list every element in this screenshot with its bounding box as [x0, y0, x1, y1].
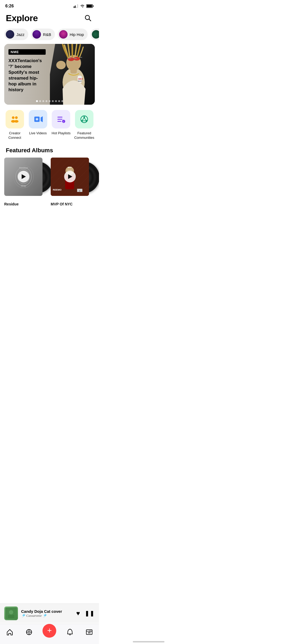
svg-rect-6: [87, 5, 92, 7]
album-title-mvp: MVP Of NYC: [51, 202, 93, 206]
svg-text:REEMO: REEMO: [53, 188, 62, 191]
quick-link-featured-communities[interactable]: Featured Communities: [74, 110, 95, 140]
svg-rect-0: [74, 6, 74, 8]
album-artwork-mvp: MVP OF NYC REEMO E: [51, 158, 93, 200]
svg-marker-26: [41, 116, 43, 122]
dot-5: [49, 100, 50, 102]
dot-3: [42, 100, 44, 102]
dot-6: [52, 100, 54, 102]
hot-playlists-icon: ♪: [56, 114, 66, 124]
featured-communities-icon: [79, 114, 89, 124]
svg-point-35: [83, 116, 85, 118]
svg-point-28: [36, 119, 37, 120]
featured-banner[interactable]: NME XXXTentacion's '?' become Spotify's …: [4, 44, 95, 105]
svg-point-24: [14, 120, 18, 123]
dot-9: [61, 100, 63, 102]
genre-pill-pop[interactable]: Po...: [90, 29, 99, 40]
svg-point-21: [12, 116, 15, 119]
dot-2: [39, 100, 41, 102]
play-button-residue[interactable]: [18, 171, 29, 182]
dot-7: [55, 100, 57, 102]
creator-connect-icon: [10, 114, 20, 124]
svg-text:103.5: 103.5: [78, 78, 83, 80]
svg-point-36: [86, 120, 87, 122]
svg-rect-15: [68, 58, 71, 58]
featured-communities-label: Featured Communities: [74, 131, 95, 140]
status-icons: [74, 4, 94, 8]
wifi-icon: [80, 4, 85, 8]
banner-dots: [36, 100, 63, 102]
hot-playlists-label: Hot Playlists: [52, 131, 71, 136]
banner-person-silhouette: 103.5 BEAT: [50, 44, 95, 105]
banner-text: NME XXXTentacion's '?' become Spotify's …: [4, 44, 50, 105]
live-videos-label: Live Videos: [29, 131, 47, 136]
dot-4: [45, 100, 47, 102]
svg-rect-2: [76, 7, 77, 8]
svg-text:Residue: Residue: [19, 167, 28, 169]
genre-avatar-rnb: [32, 30, 41, 39]
svg-text:♪: ♪: [63, 120, 64, 123]
svg-point-37: [81, 120, 83, 122]
banner-headline: XXXTentacion's '?' become Spotify's most…: [8, 58, 46, 93]
banner-image: 103.5 BEAT: [50, 44, 95, 105]
svg-text:Gray: Gray: [21, 185, 26, 187]
album-title-residue: Residue: [4, 202, 46, 206]
dot-1: [36, 100, 38, 102]
featured-communities-icon-bg: [75, 110, 93, 128]
live-videos-icon-bg: [29, 110, 47, 128]
genre-label-hiphop: Hip Hop: [70, 32, 84, 37]
genre-avatar-hiphop: [59, 30, 68, 39]
banner-source: NME: [8, 49, 46, 55]
live-videos-icon: [33, 114, 43, 124]
quick-link-hot-playlists[interactable]: ♪ Hot Playlists: [51, 110, 72, 140]
page-title: Explore: [6, 13, 38, 23]
svg-line-39: [82, 118, 84, 120]
status-bar: 6:26: [0, 0, 99, 10]
signal-icon: [74, 4, 78, 8]
album-card-residue[interactable]: Gray Residue Residue: [4, 158, 46, 206]
search-icon: [84, 15, 91, 21]
hot-playlists-icon-bg: ♪: [52, 110, 70, 128]
page-header: Explore: [0, 10, 99, 27]
svg-rect-16: [80, 57, 82, 58]
quick-links-grid: Creator Connect Live Videos ♪ Hot Playli…: [0, 105, 99, 143]
genre-pill-hiphop[interactable]: Hip Hop: [58, 29, 88, 40]
genre-avatar-jazz: [6, 30, 14, 39]
status-time: 6:26: [5, 4, 14, 8]
svg-line-8: [89, 19, 91, 21]
svg-text:BEAT: BEAT: [78, 80, 82, 82]
svg-text:E: E: [79, 190, 80, 192]
svg-text:MVP: MVP: [68, 167, 72, 168]
svg-rect-14: [74, 58, 77, 59]
genre-label-jazz: Jazz: [16, 32, 25, 37]
genre-scroll: Jazz R&B Hip Hop Po...: [0, 27, 99, 44]
svg-point-17: [56, 61, 66, 69]
albums-scroll: Gray Residue Residue: [0, 158, 99, 210]
genre-avatar-pop: [92, 30, 99, 39]
svg-rect-3: [77, 4, 78, 8]
genre-pill-jazz[interactable]: Jazz: [4, 29, 28, 40]
svg-line-38: [84, 118, 86, 120]
album-cover-mvp: MVP OF NYC REEMO E: [51, 158, 89, 196]
search-button[interactable]: [83, 13, 93, 23]
genre-pill-rnb[interactable]: R&B: [31, 29, 55, 40]
album-card-mvp[interactable]: MVP OF NYC REEMO E MVP Of NYC: [51, 158, 93, 206]
featured-albums-header: Featured Albums: [0, 143, 99, 158]
svg-rect-1: [75, 6, 76, 8]
album-cover-residue: Gray Residue: [4, 158, 43, 196]
quick-link-live-videos[interactable]: Live Videos: [27, 110, 49, 140]
creator-connect-icon-bg: [6, 110, 24, 128]
quick-link-creator-connect[interactable]: Creator Connect: [4, 110, 25, 140]
dot-8: [58, 100, 60, 102]
svg-point-22: [15, 116, 18, 119]
album-artwork-residue: Gray Residue: [4, 158, 46, 200]
svg-rect-5: [93, 5, 94, 7]
battery-icon: [86, 4, 94, 8]
play-button-mvp[interactable]: [64, 171, 76, 182]
creator-connect-label: Creator Connect: [4, 131, 25, 140]
genre-label-rnb: R&B: [43, 32, 51, 37]
